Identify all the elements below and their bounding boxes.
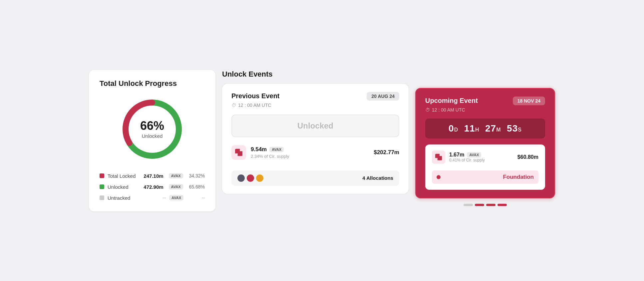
upcoming-event-time: ⏱ 12 : 00 AM UTC [425,107,545,113]
countdown-h-unit: H [475,127,480,133]
previous-event-card: Previous Event 20 AUG 24 ⏱ 12 : 00 AM UT… [222,84,409,194]
previous-token-icon [231,145,246,160]
clock-icon: ⏱ [231,103,236,108]
previous-event-title: Previous Event [231,92,280,100]
previous-token-usd: $202.77m [374,149,399,156]
countdown-seconds: 53 [507,123,518,134]
legend-row-unlocked: Unlocked 472.90m AVAX 65.68% [100,184,205,190]
upcoming-clock-icon: ⏱ [425,107,430,113]
upcoming-event-header: Upcoming Event 18 NOV 24 [425,97,545,105]
unlocked-status-label: Unlocked [297,121,333,130]
nav-dots [415,204,555,206]
unlocked-name: Unlocked [108,184,140,190]
untracked-value: -- [163,195,166,200]
unlocked-value: 472.90m [144,184,163,190]
previous-token-row: 9.54m AVAX 2.34% of Cir. supply $202.77m [231,145,399,160]
middle-panel: Unlock Events Previous Event 20 AUG 24 ⏱… [222,70,409,194]
legend-row-untracked: Untracked -- AVAX -- [100,195,205,201]
upcoming-token-row: 1.67m AVAX 0.41% of Cir. supply $60.80m [432,150,538,164]
allocations-row[interactable]: 4 Allocations [231,170,399,186]
untracked-dot [100,195,104,200]
upcoming-event-title: Upcoming Event [425,97,478,105]
countdown-bar: 0D 11H 27M 53S [425,119,545,139]
unlocked-badge: AVAX [169,184,183,189]
alloc-dot-3 [256,174,263,182]
upcoming-token-amount: 1.67m [449,152,464,158]
previous-event-time: ⏱ 12 : 00 AM UTC [231,103,399,108]
donut-chart-container: 66% Unlocked [100,96,205,162]
countdown-m-unit: M [496,127,501,133]
untracked-badge: AVAX [169,195,183,200]
legend: Total Locked 247.10m AVAX 34.32% Unlocke… [100,173,205,201]
previous-event-time-text: 12 : 00 AM UTC [238,103,271,108]
countdown-d-unit: D [454,127,459,133]
previous-event-date: 20 AUG 24 [367,92,399,101]
upcoming-token-supply: 0.41% of Cir. supply [449,158,513,162]
left-panel: Total Unlock Progress 66% Unlocked [89,70,215,211]
unlocked-pct: 65.68% [189,184,205,189]
nav-dot-3[interactable] [486,204,495,206]
upcoming-token-icon [432,150,445,164]
upcoming-avax-logo [435,154,442,160]
countdown-minutes: 27 [485,123,496,134]
upcoming-event-time-text: 12 : 00 AM UTC [432,107,465,113]
upcoming-token-amount-row: 1.67m AVAX [449,152,513,158]
donut-percent: 66% [140,120,164,132]
right-panel: Upcoming Event 18 NOV 24 ⏱ 12 : 00 AM UT… [415,70,555,206]
allocations-label: 4 Allocations [362,175,393,181]
alloc-dot-1 [237,174,245,182]
upcoming-event-date: 18 NOV 24 [513,97,545,105]
nav-dot-1[interactable] [464,204,473,206]
upcoming-token-info: 1.67m AVAX 0.41% of Cir. supply [449,152,513,162]
donut-center: 66% Unlocked [140,120,164,139]
locked-dot [100,173,104,178]
previous-token-amount: 9.54m [251,146,267,153]
previous-token-info: 9.54m AVAX 2.34% of Cir. supply [251,146,369,159]
untracked-name: Untracked [108,195,160,201]
countdown-text: 0D 11H 27M 53S [449,123,522,134]
upcoming-event-card: Upcoming Event 18 NOV 24 ⏱ 12 : 00 AM UT… [415,88,555,198]
donut-label: Unlocked [140,133,164,139]
unlocked-dot [100,184,104,189]
countdown-s-unit: S [518,127,522,133]
locked-name: Total Locked [108,173,140,179]
previous-token-supply: 2.34% of Cir. supply [251,154,369,159]
nav-dot-4[interactable] [497,204,507,206]
countdown-hours: 11 [464,123,475,134]
locked-value: 247.10m [144,173,163,179]
previous-token-amount-row: 9.54m AVAX [251,146,369,153]
foundation-row[interactable]: Foundation [432,170,538,184]
untracked-pct: -- [189,195,205,200]
countdown-days: 0 [449,123,454,134]
legend-row-locked: Total Locked 247.10m AVAX 34.32% [100,173,205,179]
previous-token-badge: AVAX [269,147,284,152]
donut-chart: 66% Unlocked [119,96,185,162]
inner-card: 1.67m AVAX 0.41% of Cir. supply $60.80m … [425,144,545,190]
panel-title: Total Unlock Progress [100,79,205,88]
right-spacer [415,70,555,88]
alloc-dots [237,174,362,182]
section-title: Unlock Events [222,70,409,79]
locked-pct: 34.32% [189,173,205,178]
upcoming-token-badge: AVAX [467,152,481,157]
upcoming-token-usd: $60.80m [517,154,538,160]
foundation-label: Foundation [503,174,534,180]
previous-event-header: Previous Event 20 AUG 24 [231,92,399,101]
avax-logo-shape [235,149,242,156]
nav-dot-2[interactable] [475,204,484,206]
unlocked-status-button[interactable]: Unlocked [231,115,399,137]
alloc-dot-2 [247,174,254,182]
main-container: Total Unlock Progress 66% Unlocked [89,70,555,211]
foundation-dot [437,175,441,179]
locked-badge: AVAX [169,173,183,178]
